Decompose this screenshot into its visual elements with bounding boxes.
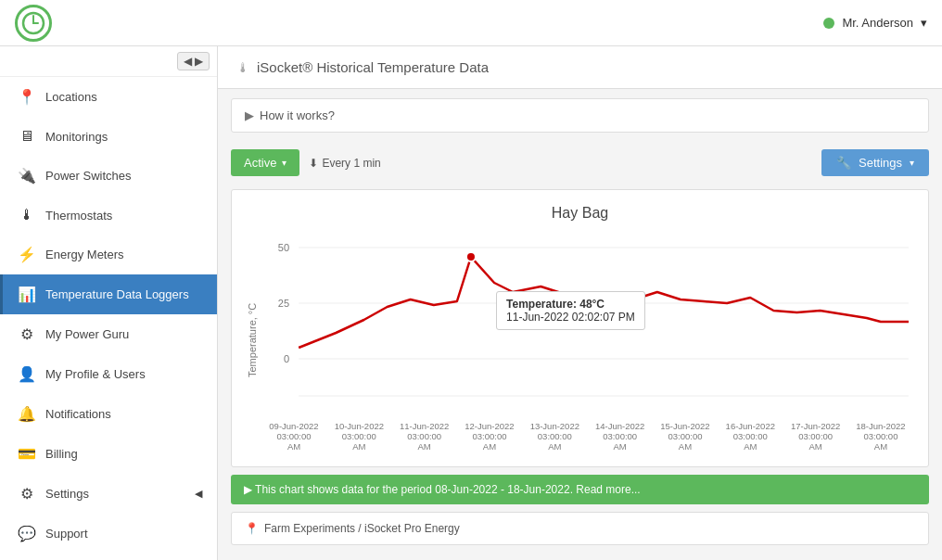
y-axis-label: Temperature, °C (247, 229, 258, 452)
wrench-icon: 🔧 (836, 156, 851, 170)
chart-title: Hay Bag (247, 205, 913, 222)
settings-button[interactable]: 🔧 Settings ▾ (821, 149, 929, 176)
x-label: 17-Jun-202203:00:00AM (783, 421, 848, 452)
user-status-dot (823, 18, 834, 29)
settings-dropdown-caret: ▾ (910, 158, 914, 168)
x-label: 12-Jun-202203:00:00AM (457, 421, 522, 452)
sidebar-item-label: Notifications (45, 407, 111, 421)
sidebar-item-label: Thermostats (45, 209, 112, 223)
page-header: 🌡 iSocket® Historical Temperature Data (218, 46, 942, 89)
settings-icon: ⚙ (18, 485, 36, 503)
sidebar-toggle-button[interactable]: ◀ ▶ (177, 52, 210, 70)
settings-button-label: Settings (859, 156, 902, 170)
x-label: 16-Jun-202203:00:00AM (718, 421, 783, 452)
sidebar: ◀ ▶ 📍 Locations 🖥 Monitorings 🔌 Power Sw… (0, 46, 218, 560)
sidebar-item-thermostats[interactable]: 🌡 Thermostats (0, 196, 217, 235)
chart-wrap: Temperature, °C 50 25 0 (247, 229, 913, 452)
billing-icon: 💳 (18, 445, 36, 463)
page-header-icon: 🌡 (236, 60, 249, 75)
top-bar: Mr. Anderson ▾ (0, 0, 942, 46)
sidebar-item-power-switches[interactable]: 🔌 Power Switches (0, 156, 217, 196)
chart-inner: 50 25 0 Temperature: 48°C 11-Jun-2022 0 (261, 229, 913, 452)
sidebar-item-label: Locations (45, 90, 97, 104)
sidebar-item-billing[interactable]: 💳 Billing (0, 434, 217, 474)
main-layout: ◀ ▶ 📍 Locations 🖥 Monitorings 🔌 Power Sw… (0, 46, 942, 560)
x-label: 10-Jun-202203:00:00AM (326, 421, 391, 452)
how-it-works-chevron: ▶ (245, 108, 254, 122)
user-menu[interactable]: Mr. Anderson ▾ (823, 16, 927, 30)
power-switches-icon: 🔌 (18, 167, 36, 185)
active-dropdown-caret: ▾ (282, 158, 286, 168)
page-title: iSocket® Historical Temperature Data (257, 59, 489, 75)
sidebar-item-my-power-guru[interactable]: ⚙ My Power Guru (0, 314, 217, 354)
info-bar[interactable]: ▶ This chart shows data for the period 0… (231, 475, 929, 504)
update-frequency-label: ⬇ Every 1 min (309, 157, 380, 170)
settings-chevron-icon: ◀ (195, 488, 202, 500)
sidebar-item-label: My Profile & Users (45, 367, 146, 381)
user-name-label: Mr. Anderson (842, 16, 913, 30)
sidebar-item-label: Billing (45, 447, 78, 461)
thermostats-icon: 🌡 (18, 207, 36, 223)
monitorings-icon: 🖥 (18, 128, 36, 145)
locations-icon: 📍 (18, 88, 36, 106)
x-label: 11-Jun-202203:00:00AM (392, 421, 457, 452)
active-dropdown-button[interactable]: Active ▾ (231, 149, 299, 176)
location-bar: 📍 Farm Experiments / iSocket Pro Energy (231, 512, 929, 545)
sidebar-item-support[interactable]: 💬 Support (0, 514, 217, 554)
main-content: 🌡 iSocket® Historical Temperature Data ▶… (218, 46, 942, 560)
how-it-works-section[interactable]: ▶ How it works? (231, 98, 929, 133)
sidebar-item-label: Temperature Data Loggers (45, 287, 189, 301)
svg-point-8 (466, 252, 476, 261)
location-text: Farm Experiments / iSocket Pro Energy (264, 522, 460, 535)
sidebar-item-locations[interactable]: 📍 Locations (0, 77, 217, 117)
how-it-works-label: How it works? (260, 108, 335, 122)
x-axis-labels: 09-Jun-202203:00:00AM 10-Jun-202203:00:0… (261, 421, 913, 452)
svg-text:25: 25 (278, 298, 289, 309)
notifications-icon: 🔔 (18, 405, 36, 423)
power-guru-icon: ⚙ (18, 325, 36, 343)
sidebar-item-label: Energy Meters (45, 248, 124, 261)
chart-container: Hay Bag Temperature, °C 50 25 0 (231, 189, 929, 467)
x-label: 15-Jun-202203:00:00AM (653, 421, 718, 452)
sidebar-item-notifications[interactable]: 🔔 Notifications (0, 394, 217, 434)
svg-text:0: 0 (284, 353, 289, 364)
profile-icon: 👤 (18, 365, 36, 383)
sidebar-item-label: My Power Guru (45, 327, 129, 341)
user-menu-chevron: ▾ (921, 16, 927, 30)
location-pin-icon: 📍 (245, 522, 259, 535)
temperature-loggers-icon: 📊 (18, 286, 36, 303)
logo-area (15, 5, 52, 42)
toolbar-left: Active ▾ ⬇ Every 1 min (231, 149, 381, 176)
sidebar-item-energy-meters[interactable]: ⚡ Energy Meters (0, 235, 217, 274)
sidebar-item-profile-users[interactable]: 👤 My Profile & Users (0, 354, 217, 394)
energy-meters-icon: ⚡ (18, 246, 36, 263)
sidebar-item-label: Monitorings (45, 130, 108, 144)
x-label: 14-Jun-202203:00:00AM (588, 421, 653, 452)
logo-icon (15, 5, 52, 42)
info-bar-text: ▶ This chart shows data for the period 0… (244, 483, 641, 496)
sidebar-item-settings[interactable]: ⚙ Settings ◀ (0, 474, 217, 514)
sidebar-item-label: Support (45, 527, 88, 541)
support-icon: 💬 (18, 525, 36, 542)
sidebar-item-temperature-data-loggers[interactable]: 📊 Temperature Data Loggers (0, 274, 217, 314)
active-button-label: Active (244, 156, 276, 170)
x-label: 18-Jun-202203:00:00AM (848, 421, 913, 452)
x-label: 13-Jun-202203:00:00AM (522, 421, 587, 452)
svg-text:50: 50 (278, 242, 289, 253)
toolbar: Active ▾ ⬇ Every 1 min 🔧 Settings ▾ (231, 142, 929, 184)
x-label: 09-Jun-202203:00:00AM (261, 421, 326, 452)
sidebar-toggle-area: ◀ ▶ (0, 46, 217, 77)
sidebar-item-monitorings[interactable]: 🖥 Monitorings (0, 117, 217, 156)
sidebar-item-label: Settings (45, 487, 89, 501)
download-icon: ⬇ (309, 157, 318, 170)
sidebar-item-label: Power Switches (45, 169, 131, 183)
temperature-chart: 50 25 0 (261, 229, 913, 414)
